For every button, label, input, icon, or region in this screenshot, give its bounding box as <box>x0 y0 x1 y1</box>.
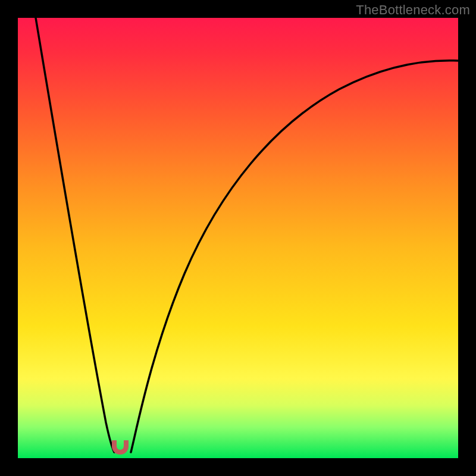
curve-right-branch <box>131 61 458 452</box>
watermark-text: TheBottleneck.com <box>356 2 470 18</box>
bottleneck-curve <box>18 18 458 458</box>
plot-area <box>18 18 458 458</box>
curve-left-branch <box>36 18 114 452</box>
chart-frame: TheBottleneck.com <box>0 0 476 476</box>
